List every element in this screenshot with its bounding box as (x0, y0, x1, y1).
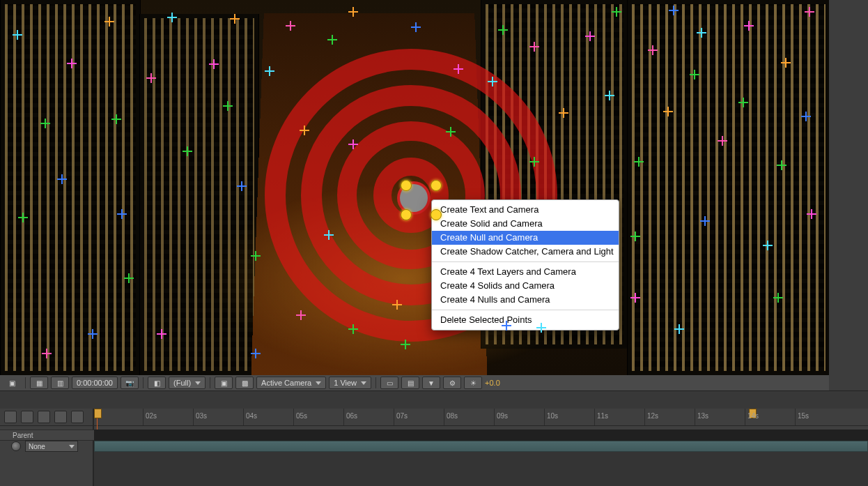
brainstorm-icon[interactable] (71, 411, 84, 423)
frame-blend-icon[interactable] (21, 411, 33, 423)
viewer-footer-bar: ▣ ▦ ▥ 0:00:00:00 📷 ◧ (Full) ▣ ▩ Active C… (0, 375, 829, 390)
channel-button[interactable]: ◧ (148, 377, 166, 389)
workarea-bar[interactable] (94, 430, 868, 441)
ruler-tick: 04s (243, 409, 288, 425)
panel-gap (0, 390, 868, 410)
selected-track-point[interactable] (401, 209, 412, 220)
ruler-tick: 14s (745, 409, 789, 425)
ruler-tick: 08s (444, 409, 488, 425)
ruler-tick: 07s (394, 409, 438, 425)
comp-flowchart-button[interactable]: ⚙ (443, 377, 461, 389)
timeline-panel[interactable]: 02s03s04s05s06s07s08s09s10s11s12s13s14s1… (0, 409, 868, 486)
3d-view-dropdown[interactable]: Active Camera (256, 377, 326, 389)
context-menu-item[interactable]: Create 4 Solids and Camera (432, 279, 619, 293)
reset-exposure-button[interactable]: ☀ (464, 377, 482, 389)
context-menu-item[interactable]: Create 4 Text Layers and Camera (432, 265, 619, 279)
ruler-tick: 10s (544, 409, 589, 425)
context-menu-item[interactable]: Create Solid and Camera (432, 217, 619, 231)
transparency-grid-button[interactable]: ▩ (235, 377, 254, 389)
ruler-tick: 12s (644, 409, 689, 425)
context-menu-item[interactable]: Create Null and Camera (432, 231, 619, 245)
grid-toggle-button[interactable]: ▦ (30, 377, 48, 389)
shy-toggle-icon[interactable] (4, 411, 17, 423)
timeline-button[interactable]: ▼ (422, 377, 440, 389)
snapshot-button[interactable]: 📷 (121, 377, 139, 389)
ruler-tick: 05s (293, 409, 338, 425)
ruler-tick: 11s (594, 409, 639, 425)
timeline-toolbar (0, 409, 98, 426)
context-menu-item[interactable]: Create 4 Nulls and Camera (432, 293, 619, 307)
context-menu-item[interactable]: Delete Selected Points (432, 313, 619, 327)
current-time-display[interactable]: 0:00:00:00 (72, 377, 118, 389)
pickwhip-icon[interactable] (11, 441, 21, 451)
ruler-tick: 06s (343, 409, 388, 425)
parent-column-header: Parent (0, 430, 94, 441)
context-menu: Create Text and CameraCreate Solid and C… (431, 199, 619, 331)
ruler-tick: 09s (494, 409, 538, 425)
ruler-tick: 02s (143, 409, 187, 425)
selected-track-point[interactable] (401, 180, 412, 191)
ruler-tick: 03s (193, 409, 238, 425)
pixel-aspect-button[interactable]: ▭ (380, 377, 398, 389)
selected-track-point[interactable] (431, 209, 442, 220)
magnification-icon[interactable]: ▣ (3, 377, 21, 389)
layer-duration-bar[interactable] (94, 441, 868, 452)
fast-previews-button[interactable]: ▤ (401, 377, 419, 389)
safe-zones-button[interactable]: ▥ (51, 377, 69, 389)
resolution-dropdown[interactable]: (Full) (169, 377, 206, 389)
motion-blur-icon[interactable] (38, 411, 50, 423)
composition-viewer[interactable]: Create Text and CameraCreate Solid and C… (0, 0, 829, 375)
exposure-value[interactable]: +0.0 (485, 379, 500, 387)
time-ruler[interactable]: 02s03s04s05s06s07s08s09s10s11s12s13s14s1… (94, 409, 868, 426)
roi-button[interactable]: ▣ (215, 377, 233, 389)
parent-dropdown[interactable]: None (25, 441, 78, 452)
context-menu-item[interactable]: Create Shadow Catcher, Camera and Light (432, 245, 619, 259)
context-menu-item[interactable]: Create Text and Camera (432, 203, 619, 217)
selected-track-point[interactable] (431, 180, 442, 191)
graph-editor-icon[interactable] (54, 411, 67, 423)
view-layout-dropdown[interactable]: 1 View (329, 377, 371, 389)
ruler-tick: 13s (695, 409, 739, 425)
ruler-tick: 15s (795, 409, 839, 425)
